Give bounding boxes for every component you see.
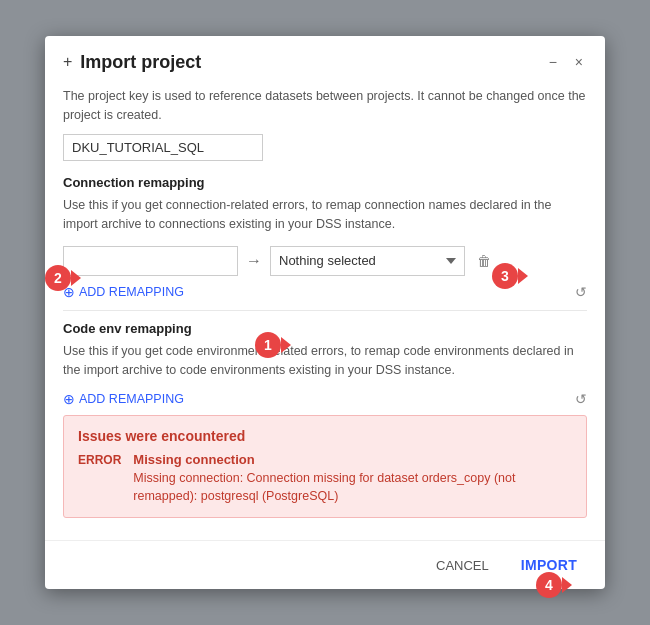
cancel-button[interactable]: CANCEL	[426, 552, 499, 579]
badge-2-container: 2	[45, 265, 81, 291]
badge-4-container: 4	[536, 572, 572, 598]
project-key-description: The project key is used to reference dat…	[63, 87, 587, 125]
dialog-header: + Import project − ×	[45, 36, 605, 83]
add-code-env-remapping-row: ⊕ ADD REMAPPING ↺	[63, 391, 587, 407]
badge-4-arrow	[562, 577, 572, 593]
badge-3-arrow	[518, 268, 528, 284]
issues-title: Issues were encountered	[78, 428, 572, 444]
badge-3: 3	[492, 263, 518, 289]
close-button[interactable]: ×	[571, 52, 587, 72]
minimize-button[interactable]: −	[545, 52, 561, 72]
dialog-body: The project key is used to reference dat…	[45, 83, 605, 541]
plus-icon: +	[63, 53, 72, 71]
arrow-icon: →	[246, 252, 262, 270]
add-code-env-remapping-button[interactable]: ⊕ ADD REMAPPING	[63, 391, 184, 407]
badge-1: 1	[255, 332, 281, 358]
dialog-footer: CANCEL IMPORT	[45, 540, 605, 589]
code-env-remapping-title: Code env remapping	[63, 321, 587, 336]
add-connection-remapping-button[interactable]: ⊕ ADD REMAPPING	[63, 284, 184, 300]
connection-remapping-title: Connection remapping	[63, 175, 587, 190]
error-label: ERROR	[78, 452, 121, 467]
error-title: Missing connection	[133, 452, 572, 467]
refresh-connection-icon[interactable]: ↺	[575, 284, 587, 300]
dialog-title: Import project	[80, 52, 544, 73]
section-divider	[63, 310, 587, 311]
refresh-code-env-icon[interactable]: ↺	[575, 391, 587, 407]
badge-2-arrow	[71, 270, 81, 286]
error-message: Missing connection: Connection missing f…	[133, 470, 572, 505]
connection-remapping-desc: Use this if you get connection-related e…	[63, 196, 587, 234]
badge-1-arrow	[281, 337, 291, 353]
badge-4: 4	[536, 572, 562, 598]
dialog-controls: − ×	[545, 52, 587, 72]
add-code-env-label: ADD REMAPPING	[79, 392, 184, 406]
badge-1-container: 1	[255, 332, 291, 358]
error-row: ERROR Missing connection Missing connect…	[78, 452, 572, 505]
issues-panel: Issues were encountered ERROR Missing co…	[63, 415, 587, 518]
code-env-remapping-desc: Use this if you get code environment-rel…	[63, 342, 587, 380]
error-content: Missing connection Missing connection: C…	[133, 452, 572, 505]
add-connection-label: ADD REMAPPING	[79, 285, 184, 299]
connection-target-select[interactable]: Nothing selected	[270, 246, 465, 276]
connection-source-input[interactable]	[63, 246, 238, 276]
add-circle-icon-2: ⊕	[63, 391, 75, 407]
badge-3-container: 3	[492, 263, 528, 289]
badge-2: 2	[45, 265, 71, 291]
import-dialog: + Import project − × The project key is …	[45, 36, 605, 590]
project-key-input[interactable]	[63, 134, 263, 161]
